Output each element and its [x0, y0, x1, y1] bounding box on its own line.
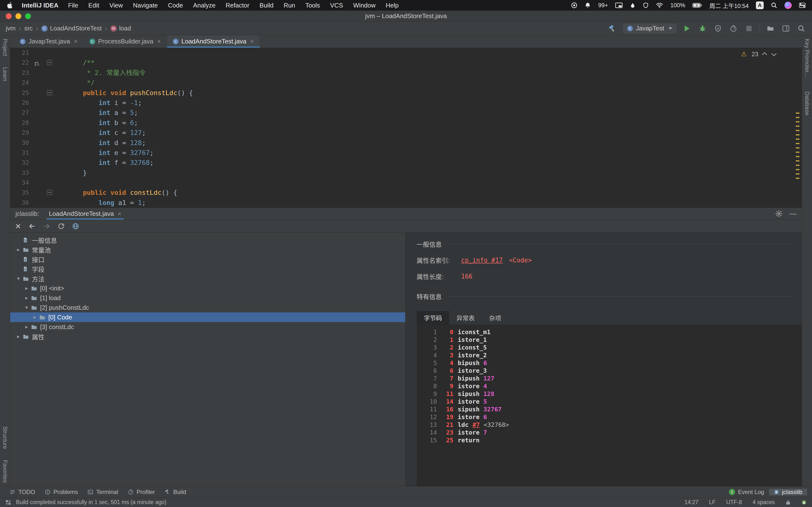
warning-stripe-mark[interactable]: [796, 173, 800, 175]
code-line-26[interactable]: 26 int i = -1;: [10, 98, 802, 108]
window-titlebar[interactable]: jvm – LoadAndStoreTest.java: [0, 11, 812, 22]
line-number[interactable]: 26: [10, 98, 32, 108]
warning-stripe-mark[interactable]: [796, 134, 800, 135]
tool-window-button-key-promoter[interactable]: Key Promoter...: [804, 39, 810, 77]
code-line-32[interactable]: 32 int f = 32768;: [10, 158, 802, 168]
tool-tab-event-log[interactable]: 1Event Log: [724, 489, 769, 495]
line-number[interactable]: 25: [10, 88, 32, 98]
chevron-right-icon[interactable]: ▸: [31, 314, 39, 320]
code-line-34[interactable]: 34: [10, 178, 802, 187]
control-center-icon[interactable]: [799, 2, 806, 8]
code-line-35[interactable]: 35 public void constLdc() {: [10, 187, 802, 198]
line-number[interactable]: 35: [10, 187, 32, 198]
debug-button[interactable]: [698, 24, 707, 33]
code-line-21[interactable]: 21: [10, 48, 802, 58]
warning-stripe-mark[interactable]: [796, 147, 800, 149]
menu-file[interactable]: File: [68, 2, 78, 9]
notification-bell-icon[interactable]: [585, 2, 591, 8]
spotlight-search-icon[interactable]: [771, 2, 777, 8]
ink-drop-icon[interactable]: [630, 2, 636, 8]
run-configuration-select[interactable]: C JavapTest: [623, 24, 676, 33]
input-source-icon[interactable]: A: [756, 1, 764, 9]
code-line-30[interactable]: 30 int d = 128;: [10, 138, 802, 148]
line-number[interactable]: 32: [10, 158, 32, 168]
constant-pool-link[interactable]: #7: [472, 421, 480, 429]
line-number[interactable]: 28: [10, 118, 32, 128]
line-number[interactable]: 36: [10, 198, 32, 208]
fullscreen-window-button[interactable]: [25, 13, 31, 19]
siri-icon[interactable]: [784, 2, 792, 9]
line-separator[interactable]: LF: [709, 499, 716, 506]
menu-view[interactable]: View: [109, 2, 123, 9]
tool-tab-todo[interactable]: TODO: [5, 487, 40, 497]
inspections-widget[interactable]: ⚠ 23: [741, 50, 775, 58]
warning-stripe-mark[interactable]: [796, 121, 800, 122]
code-editor[interactable]: 2122 /**23 * 2. 常量入栈指令24 */25 public voi…: [10, 48, 802, 208]
warning-stripe-mark[interactable]: [796, 138, 800, 140]
tree-item-[3]-constLdc[interactable]: ▸[3] constLdc: [10, 322, 405, 332]
code-line-23[interactable]: 23 * 2. 常量入栈指令: [10, 68, 802, 78]
menu-help[interactable]: Help: [386, 2, 399, 9]
tree-item-[2]-pushConstLdc[interactable]: ▾[2] pushConstLdc: [10, 303, 405, 313]
chevron-right-icon[interactable]: ▸: [22, 285, 31, 291]
notification-count[interactable]: 99+: [598, 2, 608, 9]
layout-windows-icon[interactable]: [781, 24, 791, 33]
breadcrumb-item-src[interactable]: src: [24, 24, 33, 32]
warning-stripe-mark[interactable]: [796, 143, 800, 144]
tool-tab-jclasslib[interactable]: jclasslib: [769, 489, 807, 495]
gear-icon[interactable]: [775, 210, 782, 217]
stop-button[interactable]: [744, 24, 754, 33]
back-arrow-icon[interactable]: [29, 223, 36, 230]
menu-navigate[interactable]: Navigate: [133, 2, 158, 9]
forward-arrow-icon[interactable]: [43, 223, 50, 230]
chevron-right-icon[interactable]: ▸: [22, 295, 31, 301]
wifi-icon[interactable]: [656, 2, 663, 8]
app-name[interactable]: IntelliJ IDEA: [22, 2, 58, 9]
menu-window[interactable]: Window: [353, 2, 375, 9]
project-structure-icon[interactable]: [766, 24, 775, 33]
tool-tab-terminal[interactable]: Terminal: [83, 487, 123, 497]
detail-tab-杂项[interactable]: 杂项: [482, 311, 508, 325]
build-hammer-icon[interactable]: [608, 24, 617, 33]
refresh-icon[interactable]: [57, 223, 65, 230]
close-icon[interactable]: ×: [118, 210, 121, 218]
code-line-33[interactable]: 33 }: [10, 168, 802, 178]
cp-info-link[interactable]: cp_info #17: [461, 257, 503, 264]
tool-tab-problems[interactable]: Problems: [40, 487, 83, 497]
file-encoding[interactable]: UTF-8: [726, 499, 742, 506]
menu-tools[interactable]: Tools: [305, 2, 320, 9]
status-ring-icon[interactable]: [571, 2, 577, 8]
close-icon[interactable]: ×: [250, 38, 254, 45]
line-number[interactable]: 22: [10, 58, 32, 68]
close-icon[interactable]: [15, 223, 21, 229]
screen-mirroring-icon[interactable]: [615, 2, 622, 8]
warning-stripe-mark[interactable]: [796, 130, 800, 131]
code-line-25[interactable]: 25 public void pushConstLdc() {: [10, 88, 802, 98]
code-line-28[interactable]: 28 int b = 6;: [10, 118, 802, 128]
warning-count[interactable]: 23: [752, 51, 758, 58]
search-everywhere-icon[interactable]: [797, 24, 806, 33]
indent-setting[interactable]: 4 spaces: [753, 499, 775, 506]
shield-icon[interactable]: [643, 2, 649, 8]
tool-window-button-project[interactable]: Project: [2, 39, 8, 56]
hide-panel-icon[interactable]: —: [789, 210, 797, 218]
detail-tab-异常表[interactable]: 异常表: [449, 311, 482, 325]
line-number[interactable]: 24: [10, 78, 32, 88]
warning-stripe-mark[interactable]: [796, 165, 800, 166]
tree-item-常量池[interactable]: ▸常量池: [10, 245, 405, 255]
previous-warning-icon[interactable]: [762, 52, 767, 57]
warning-stripe-mark[interactable]: [796, 156, 800, 157]
line-number[interactable]: 33: [10, 168, 32, 178]
editor-tab-LoadAndStoreTest.java[interactable]: CLoadAndStoreTest.java×: [167, 35, 260, 48]
line-number[interactable]: 29: [10, 128, 32, 137]
code-line-24[interactable]: 24 */: [10, 78, 802, 88]
warning-stripe-mark[interactable]: [796, 117, 800, 118]
chevron-down-icon[interactable]: ▾: [14, 276, 23, 282]
profiler-button[interactable]: [729, 24, 738, 33]
warning-stripe-mark[interactable]: [796, 125, 800, 127]
tree-item-方法[interactable]: ▾方法: [10, 274, 405, 283]
tool-tab-build[interactable]: Build: [160, 487, 191, 497]
detail-tab-字节码[interactable]: 字节码: [417, 311, 449, 325]
tree-item-[0]-<init>[interactable]: ▸[0] <init>: [10, 283, 405, 293]
close-icon[interactable]: ×: [157, 38, 161, 45]
